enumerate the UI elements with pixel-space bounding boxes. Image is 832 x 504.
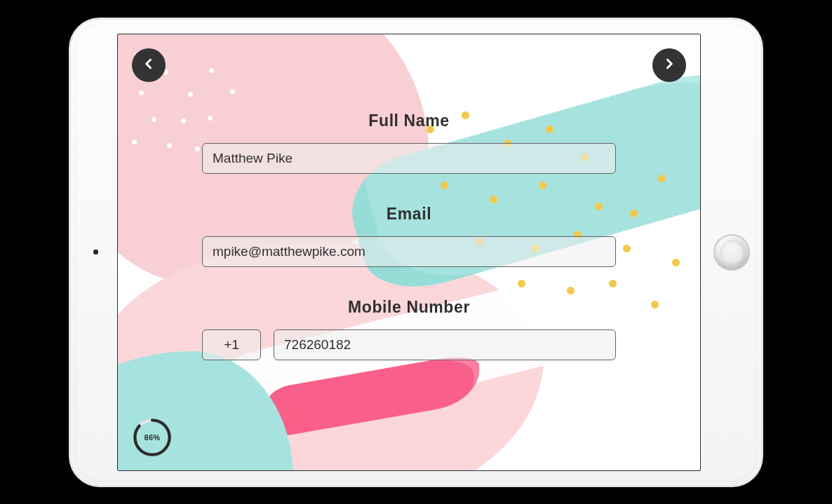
signup-form: Full Name Email Mobile Number +1 [118,111,700,379]
next-button[interactable] [652,48,686,82]
email-group: Email [202,205,616,267]
front-camera [93,250,98,254]
full-name-group: Full Name [202,111,616,174]
email-input[interactable] [202,236,616,267]
email-label: Email [387,205,431,224]
home-button[interactable] [713,234,750,271]
chevron-right-icon [662,57,676,74]
full-name-input[interactable] [202,143,616,174]
mobile-number-input[interactable] [274,329,616,360]
country-code-value: +1 [224,337,239,353]
mobile-group: Mobile Number +1 [202,298,616,360]
back-button[interactable] [132,48,166,82]
progress-ring: 86% [132,417,173,458]
mobile-label: Mobile Number [348,298,470,317]
chevron-left-icon [142,57,156,74]
progress-percent-label: 86% [132,417,173,458]
mobile-row: +1 [202,329,616,360]
screen: Full Name Email Mobile Number +1 [117,34,701,471]
ipad-frame: Full Name Email Mobile Number +1 [69,18,763,487]
country-code-select[interactable]: +1 [202,329,261,360]
full-name-label: Full Name [368,111,449,130]
